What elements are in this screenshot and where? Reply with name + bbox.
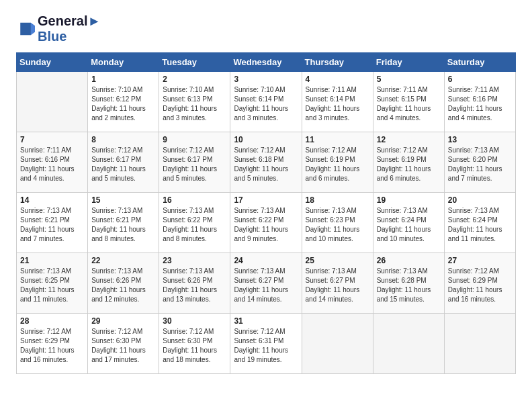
calendar-cell: 4Sunrise: 7:11 AMSunset: 6:14 PMDaylight… bbox=[302, 72, 373, 132]
cell-daylight-info: Sunrise: 7:11 AMSunset: 6:14 PMDaylight:… bbox=[306, 85, 369, 123]
weekday-header-friday: Friday bbox=[373, 53, 444, 72]
week-row-5: 28Sunrise: 7:12 AMSunset: 6:29 PMDayligh… bbox=[17, 314, 516, 374]
day-number: 3 bbox=[234, 75, 298, 84]
cell-daylight-info: Sunrise: 7:13 AMSunset: 6:26 PMDaylight:… bbox=[91, 267, 155, 304]
cell-daylight-info: Sunrise: 7:13 AMSunset: 6:21 PMDaylight:… bbox=[91, 206, 155, 244]
weekday-header-monday: Monday bbox=[88, 53, 159, 72]
cell-daylight-info: Sunrise: 7:13 AMSunset: 6:21 PMDaylight:… bbox=[20, 206, 84, 244]
calendar-cell: 5Sunrise: 7:11 AMSunset: 6:15 PMDaylight… bbox=[373, 72, 444, 132]
day-number: 8 bbox=[91, 135, 155, 144]
day-number: 17 bbox=[234, 195, 298, 205]
cell-daylight-info: Sunrise: 7:13 AMSunset: 6:28 PMDaylight:… bbox=[377, 267, 441, 304]
weekday-header-wednesday: Wednesday bbox=[230, 53, 302, 72]
day-number: 23 bbox=[163, 256, 226, 265]
calendar-cell: 28Sunrise: 7:12 AMSunset: 6:29 PMDayligh… bbox=[17, 314, 88, 374]
day-number: 11 bbox=[306, 135, 369, 144]
cell-daylight-info: Sunrise: 7:12 AMSunset: 6:17 PMDaylight:… bbox=[163, 146, 226, 183]
calendar-cell: 9Sunrise: 7:12 AMSunset: 6:17 PMDaylight… bbox=[159, 132, 230, 193]
cell-daylight-info: Sunrise: 7:13 AMSunset: 6:27 PMDaylight:… bbox=[234, 267, 298, 304]
cell-daylight-info: Sunrise: 7:11 AMSunset: 6:15 PMDaylight:… bbox=[377, 85, 441, 123]
calendar-cell: 17Sunrise: 7:13 AMSunset: 6:22 PMDayligh… bbox=[230, 193, 302, 253]
day-number: 22 bbox=[91, 256, 155, 265]
calendar-table: SundayMondayTuesdayWednesdayThursdayFrid… bbox=[16, 52, 516, 374]
calendar-cell: 2Sunrise: 7:10 AMSunset: 6:13 PMDaylight… bbox=[159, 72, 230, 132]
calendar-cell: 18Sunrise: 7:13 AMSunset: 6:23 PMDayligh… bbox=[302, 193, 373, 253]
cell-daylight-info: Sunrise: 7:12 AMSunset: 6:29 PMDaylight:… bbox=[448, 267, 512, 304]
calendar-cell bbox=[444, 314, 515, 374]
cell-daylight-info: Sunrise: 7:12 AMSunset: 6:17 PMDaylight:… bbox=[91, 146, 155, 183]
day-number: 31 bbox=[234, 316, 298, 326]
calendar-cell: 29Sunrise: 7:12 AMSunset: 6:30 PMDayligh… bbox=[88, 314, 159, 374]
calendar-cell: 22Sunrise: 7:13 AMSunset: 6:26 PMDayligh… bbox=[88, 253, 159, 314]
calendar-cell: 3Sunrise: 7:10 AMSunset: 6:14 PMDaylight… bbox=[230, 72, 302, 132]
logo: General► Blue bbox=[16, 13, 101, 44]
logo-text: General► Blue bbox=[38, 13, 101, 44]
day-number: 21 bbox=[20, 256, 84, 265]
calendar-cell: 15Sunrise: 7:13 AMSunset: 6:21 PMDayligh… bbox=[88, 193, 159, 253]
day-number: 30 bbox=[163, 316, 226, 326]
calendar-cell: 12Sunrise: 7:12 AMSunset: 6:19 PMDayligh… bbox=[373, 132, 444, 193]
cell-daylight-info: Sunrise: 7:13 AMSunset: 6:22 PMDaylight:… bbox=[234, 206, 298, 244]
calendar-cell: 19Sunrise: 7:13 AMSunset: 6:24 PMDayligh… bbox=[373, 193, 444, 253]
header: General► Blue bbox=[16, 13, 516, 44]
cell-daylight-info: Sunrise: 7:11 AMSunset: 6:16 PMDaylight:… bbox=[20, 146, 84, 183]
cell-daylight-info: Sunrise: 7:10 AMSunset: 6:12 PMDaylight:… bbox=[91, 85, 155, 123]
cell-daylight-info: Sunrise: 7:13 AMSunset: 6:24 PMDaylight:… bbox=[448, 206, 512, 244]
week-row-3: 14Sunrise: 7:13 AMSunset: 6:21 PMDayligh… bbox=[17, 193, 516, 253]
cell-daylight-info: Sunrise: 7:13 AMSunset: 6:20 PMDaylight:… bbox=[448, 146, 512, 183]
calendar-cell bbox=[373, 314, 444, 374]
calendar-cell bbox=[302, 314, 373, 374]
calendar-cell: 8Sunrise: 7:12 AMSunset: 6:17 PMDaylight… bbox=[88, 132, 159, 193]
cell-daylight-info: Sunrise: 7:13 AMSunset: 6:26 PMDaylight:… bbox=[163, 267, 226, 304]
logo-icon bbox=[16, 19, 35, 38]
day-number: 28 bbox=[20, 316, 84, 326]
calendar-cell: 13Sunrise: 7:13 AMSunset: 6:20 PMDayligh… bbox=[444, 132, 515, 193]
day-number: 19 bbox=[377, 195, 441, 205]
cell-daylight-info: Sunrise: 7:12 AMSunset: 6:29 PMDaylight:… bbox=[20, 327, 84, 365]
day-number: 26 bbox=[377, 256, 441, 265]
cell-daylight-info: Sunrise: 7:12 AMSunset: 6:19 PMDaylight:… bbox=[377, 146, 441, 183]
day-number: 18 bbox=[306, 195, 369, 205]
calendar-cell: 7Sunrise: 7:11 AMSunset: 6:16 PMDaylight… bbox=[17, 132, 88, 193]
calendar-cell: 14Sunrise: 7:13 AMSunset: 6:21 PMDayligh… bbox=[17, 193, 88, 253]
day-number: 4 bbox=[306, 75, 369, 84]
day-number: 27 bbox=[448, 256, 512, 265]
calendar-cell: 16Sunrise: 7:13 AMSunset: 6:22 PMDayligh… bbox=[159, 193, 230, 253]
svg-marker-1 bbox=[31, 23, 35, 36]
calendar-cell: 24Sunrise: 7:13 AMSunset: 6:27 PMDayligh… bbox=[230, 253, 302, 314]
cell-daylight-info: Sunrise: 7:11 AMSunset: 6:16 PMDaylight:… bbox=[448, 85, 512, 123]
cell-daylight-info: Sunrise: 7:13 AMSunset: 6:23 PMDaylight:… bbox=[306, 206, 369, 244]
weekday-header-thursday: Thursday bbox=[302, 53, 373, 72]
day-number: 5 bbox=[377, 75, 441, 84]
cell-daylight-info: Sunrise: 7:10 AMSunset: 6:14 PMDaylight:… bbox=[234, 85, 298, 123]
calendar-cell: 30Sunrise: 7:12 AMSunset: 6:30 PMDayligh… bbox=[159, 314, 230, 374]
weekday-header-tuesday: Tuesday bbox=[159, 53, 230, 72]
calendar-cell: 26Sunrise: 7:13 AMSunset: 6:28 PMDayligh… bbox=[373, 253, 444, 314]
cell-daylight-info: Sunrise: 7:12 AMSunset: 6:30 PMDaylight:… bbox=[163, 327, 226, 365]
day-number: 12 bbox=[377, 135, 441, 144]
day-number: 20 bbox=[448, 195, 512, 205]
calendar-cell: 6Sunrise: 7:11 AMSunset: 6:16 PMDaylight… bbox=[444, 72, 515, 132]
calendar-cell: 31Sunrise: 7:12 AMSunset: 6:31 PMDayligh… bbox=[230, 314, 302, 374]
calendar-cell: 20Sunrise: 7:13 AMSunset: 6:24 PMDayligh… bbox=[444, 193, 515, 253]
cell-daylight-info: Sunrise: 7:12 AMSunset: 6:18 PMDaylight:… bbox=[234, 146, 298, 183]
day-number: 29 bbox=[91, 316, 155, 326]
calendar-cell bbox=[17, 72, 88, 132]
day-number: 1 bbox=[91, 75, 155, 84]
weekday-header-saturday: Saturday bbox=[444, 53, 515, 72]
day-number: 6 bbox=[448, 75, 512, 84]
day-number: 7 bbox=[20, 135, 84, 144]
cell-daylight-info: Sunrise: 7:13 AMSunset: 6:22 PMDaylight:… bbox=[163, 206, 226, 244]
calendar-cell: 25Sunrise: 7:13 AMSunset: 6:27 PMDayligh… bbox=[302, 253, 373, 314]
cell-daylight-info: Sunrise: 7:12 AMSunset: 6:31 PMDaylight:… bbox=[234, 327, 298, 365]
cell-daylight-info: Sunrise: 7:10 AMSunset: 6:13 PMDaylight:… bbox=[163, 85, 226, 123]
calendar-cell: 1Sunrise: 7:10 AMSunset: 6:12 PMDaylight… bbox=[88, 72, 159, 132]
cell-daylight-info: Sunrise: 7:12 AMSunset: 6:19 PMDaylight:… bbox=[306, 146, 369, 183]
calendar-cell: 27Sunrise: 7:12 AMSunset: 6:29 PMDayligh… bbox=[444, 253, 515, 314]
day-number: 16 bbox=[163, 195, 226, 205]
cell-daylight-info: Sunrise: 7:13 AMSunset: 6:27 PMDaylight:… bbox=[306, 267, 369, 304]
calendar-cell: 11Sunrise: 7:12 AMSunset: 6:19 PMDayligh… bbox=[302, 132, 373, 193]
day-number: 24 bbox=[234, 256, 298, 265]
day-number: 9 bbox=[163, 135, 226, 144]
day-number: 15 bbox=[91, 195, 155, 205]
